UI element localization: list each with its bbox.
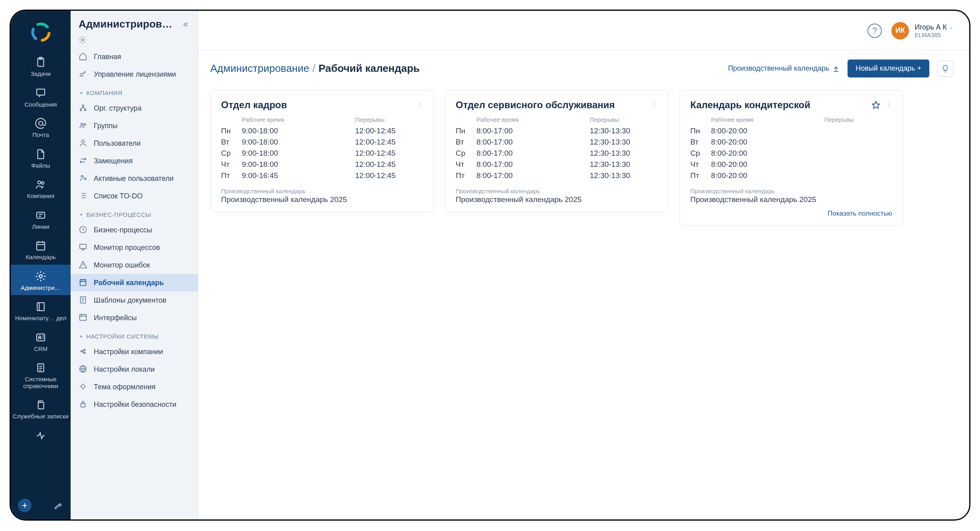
- day-label: Пн: [690, 127, 711, 135]
- rail-item-id[interactable]: CRM: [11, 326, 71, 357]
- sidebar-item[interactable]: Группы: [71, 117, 198, 135]
- star-icon[interactable]: [871, 101, 880, 109]
- svg-rect-12: [37, 303, 44, 311]
- rail-item-label: Системные справочники: [12, 376, 69, 389]
- sidebar-item[interactable]: Настройки безопасности: [71, 396, 198, 413]
- lightbulb-button[interactable]: [937, 61, 953, 77]
- schedule-row: Чт9:00-18:0012:00-12:45: [221, 159, 423, 170]
- sidebar-item[interactable]: Замещения: [71, 152, 198, 170]
- schedule-row: Вт8:00-20:00: [690, 137, 892, 148]
- breadcrumb-separator: /: [312, 62, 315, 75]
- sidebar-collapse-button[interactable]: «: [180, 18, 192, 30]
- sidebar-item-label: Бизнес-процессы: [94, 226, 152, 234]
- sidebar-item[interactable]: Шаблоны документов: [71, 291, 198, 309]
- warn-icon: [79, 260, 88, 270]
- rail-item-users[interactable]: Компания: [11, 173, 71, 204]
- day-label: Вт: [690, 138, 711, 147]
- day-label: Пн: [221, 127, 242, 135]
- more-icon[interactable]: ⋮: [886, 101, 892, 109]
- rail-item-flow[interactable]: [11, 424, 71, 448]
- sidebar-item[interactable]: Интерфейсы: [71, 309, 198, 327]
- work-header: Рабочее время: [476, 116, 590, 123]
- help-button[interactable]: ?: [867, 24, 882, 38]
- sidebar: Администриров… « ГлавнаяУправление лицен…: [71, 11, 198, 519]
- svg-point-20: [82, 105, 84, 107]
- sidebar-gear-icon[interactable]: [71, 34, 198, 48]
- rail-item-label: Администри…: [21, 285, 61, 291]
- rail-item-calendar[interactable]: Календарь: [11, 234, 71, 265]
- svg-marker-37: [872, 101, 879, 108]
- schedule-row: Пн9:00-18:0012:00-12:45: [221, 125, 423, 137]
- active-icon: [79, 174, 88, 183]
- rail-item-book[interactable]: Номенклату… дел: [11, 295, 71, 326]
- swap-icon: [79, 156, 88, 166]
- sidebar-section-header[interactable]: БИЗНЕС-ПРОЦЕССЫ: [71, 205, 198, 221]
- rail-item-clipboard[interactable]: Задачи: [11, 51, 71, 81]
- rail-item-label: CRM: [34, 346, 47, 353]
- more-icon[interactable]: ⋮: [417, 101, 423, 109]
- work-hours: 8:00-20:00: [711, 127, 824, 135]
- rail-item-doc[interactable]: Системные справочники: [11, 356, 71, 393]
- sidebar-item[interactable]: Рабочий календарь: [71, 274, 198, 291]
- rail-item-at[interactable]: Почта: [11, 112, 71, 143]
- rail-item-label: Служебные записки: [13, 413, 69, 420]
- svg-point-18: [80, 73, 83, 76]
- work-hours: 9:00-16:45: [242, 171, 355, 180]
- new-calendar-button[interactable]: Новый календарь +: [848, 59, 929, 77]
- production-calendar-link[interactable]: Производственный календарь: [728, 64, 840, 73]
- svg-rect-16: [38, 402, 44, 409]
- sidebar-item[interactable]: Управление лицензиями: [71, 65, 198, 83]
- left-rail: ЗадачиСообщенияПочтаФайлыКомпанияЛинииКа…: [11, 11, 71, 519]
- theme-icon: [79, 382, 88, 392]
- svg-rect-5: [37, 89, 45, 95]
- work-hours: 8:00-17:00: [476, 138, 590, 147]
- calendar-card: Отдел сервисного обслуживания ⋮ Рабочее …: [445, 90, 668, 212]
- schedule-row: Ср8:00-17:0012:30-13:30: [456, 148, 658, 159]
- svg-rect-9: [37, 212, 45, 218]
- sidebar-item[interactable]: Монитор процессов: [71, 239, 198, 256]
- sidebar-item[interactable]: Орг. структура: [71, 99, 198, 117]
- user-menu[interactable]: ИК Игорь А К⌄ ELMA365: [891, 22, 953, 40]
- sidebar-section-header[interactable]: КОМПАНИЯ: [71, 83, 198, 99]
- day-label: Чт: [690, 160, 711, 169]
- svg-rect-27: [80, 244, 87, 249]
- rail-item-docs[interactable]: Служебные записки: [11, 393, 71, 424]
- rail-item-phone[interactable]: Линии: [11, 204, 71, 234]
- sidebar-item[interactable]: Список TO-DO: [71, 187, 198, 205]
- rail-item-gear[interactable]: Администри…: [11, 265, 71, 295]
- day-label: Пт: [221, 171, 242, 180]
- rail-item-label: Задачи: [31, 71, 51, 77]
- sidebar-item[interactable]: Бизнес-процессы: [71, 221, 198, 239]
- work-hours: 8:00-17:00: [476, 160, 590, 169]
- card-title: Календарь кондитерской: [690, 99, 810, 111]
- rail-item-file[interactable]: Файлы: [11, 143, 71, 173]
- work-hours: 8:00-17:00: [476, 127, 590, 135]
- more-icon[interactable]: ⋮: [651, 101, 658, 109]
- sidebar-section-header[interactable]: НАСТРОЙКИ СИСТЕМЫ: [71, 327, 198, 343]
- break-hours: 12:00-12:45: [355, 149, 423, 158]
- day-label: Ср: [221, 149, 242, 158]
- work-hours: 9:00-18:00: [242, 160, 355, 169]
- sidebar-item[interactable]: Активные пользователи: [71, 170, 198, 187]
- topbar: ? ИК Игорь А К⌄ ELMA365: [198, 11, 969, 51]
- rail-item-chat[interactable]: Сообщения: [11, 81, 71, 112]
- sidebar-item[interactable]: Монитор ошибок: [71, 256, 198, 274]
- sidebar-item-label: Настройки локали: [94, 365, 155, 374]
- sidebar-item[interactable]: Настройки компании: [71, 343, 198, 361]
- break-hours: [824, 138, 892, 147]
- sidebar-item[interactable]: Тема оформления: [71, 378, 198, 396]
- show-full-link[interactable]: Показать полностью: [828, 210, 892, 217]
- break-hours: 12:30-13:30: [590, 138, 658, 147]
- prod-value: Производственный календарь 2025: [221, 195, 423, 204]
- sidebar-item[interactable]: Настройки локали: [71, 361, 198, 378]
- svg-point-19: [80, 109, 82, 111]
- sidebar-item[interactable]: Главная: [71, 48, 198, 65]
- breadcrumb-root[interactable]: Администрирование: [210, 62, 309, 75]
- rail-add-button[interactable]: +: [18, 499, 32, 512]
- chat-icon: [34, 86, 47, 100]
- sidebar-item[interactable]: Пользователи: [71, 135, 198, 152]
- break-hours: [824, 160, 892, 169]
- break-hours: 12:30-13:30: [590, 127, 658, 135]
- rail-settings-icon[interactable]: [53, 500, 63, 511]
- day-label: Пн: [456, 127, 476, 135]
